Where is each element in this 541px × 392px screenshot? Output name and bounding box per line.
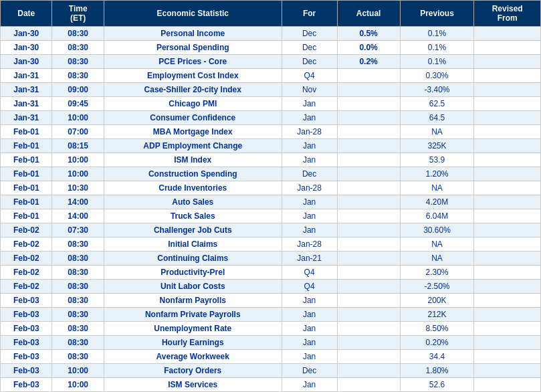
header-stat: Economic Statistic <box>104 1 282 27</box>
cell-6 <box>474 181 541 195</box>
cell-0: Feb-01 <box>1 125 52 139</box>
cell-2: Nonfarm Private Payrolls <box>104 308 282 322</box>
cell-0: Feb-03 <box>1 378 52 392</box>
cell-1: 07:30 <box>52 223 104 237</box>
cell-4 <box>337 322 400 336</box>
cell-0: Feb-02 <box>1 280 52 294</box>
cell-5: 0.1% <box>400 41 474 55</box>
cell-2: Personal Income <box>104 27 282 41</box>
cell-4 <box>337 153 400 167</box>
table-row: Feb-0308:30Unemployment RateJan8.50% <box>1 322 541 336</box>
cell-1: 08:30 <box>52 27 104 41</box>
cell-2: Auto Sales <box>104 195 282 209</box>
cell-0: Feb-01 <box>1 209 52 223</box>
cell-6 <box>474 336 541 350</box>
cell-0: Feb-03 <box>1 350 52 364</box>
cell-0: Jan-31 <box>1 111 52 125</box>
cell-4 <box>337 83 400 97</box>
cell-6 <box>474 153 541 167</box>
cell-1: 08:30 <box>52 266 104 280</box>
cell-1: 14:00 <box>52 209 104 223</box>
cell-4 <box>337 294 400 308</box>
cell-2: Continuing Claims <box>104 252 282 266</box>
table-row: Jan-3109:45Chicago PMIJan62.5 <box>1 97 541 111</box>
cell-4 <box>337 97 400 111</box>
cell-5: 4.20M <box>400 195 474 209</box>
cell-6 <box>474 308 541 322</box>
cell-5: NA <box>400 181 474 195</box>
cell-2: Initial Claims <box>104 237 282 252</box>
cell-5: NA <box>400 252 474 266</box>
cell-1: 10:00 <box>52 378 104 392</box>
cell-3: Jan <box>282 308 337 322</box>
cell-4: 0.2% <box>337 55 400 69</box>
header-for: For <box>282 1 337 27</box>
cell-1: 10:00 <box>52 167 104 181</box>
cell-4 <box>337 167 400 181</box>
cell-3: Nov <box>282 83 337 97</box>
cell-1: 08:30 <box>52 280 104 294</box>
cell-3: Jan <box>282 350 337 364</box>
cell-3: Jan <box>282 322 337 336</box>
cell-3: Jan-28 <box>282 181 337 195</box>
cell-1: 08:30 <box>52 322 104 336</box>
cell-5: 30.60% <box>400 223 474 237</box>
cell-6 <box>474 27 541 41</box>
cell-5: -2.50% <box>400 280 474 294</box>
cell-0: Feb-01 <box>1 195 52 209</box>
cell-6 <box>474 139 541 153</box>
cell-5: 52.6 <box>400 378 474 392</box>
cell-1: 10:00 <box>52 153 104 167</box>
cell-6 <box>474 195 541 209</box>
cell-4 <box>337 209 400 223</box>
cell-2: PCE Prices - Core <box>104 55 282 69</box>
cell-4 <box>337 308 400 322</box>
table-row: Jan-3110:00Consumer ConfidenceJan64.5 <box>1 111 541 125</box>
cell-0: Feb-02 <box>1 252 52 266</box>
cell-3: Q4 <box>282 266 337 280</box>
cell-1: 08:30 <box>52 237 104 252</box>
cell-0: Jan-30 <box>1 41 52 55</box>
cell-1: 10:00 <box>52 364 104 378</box>
cell-2: Average Workweek <box>104 350 282 364</box>
header-time: Time(ET) <box>52 1 104 27</box>
cell-2: Construction Spending <box>104 167 282 181</box>
cell-1: 09:00 <box>52 83 104 97</box>
table-row: Feb-0208:30Initial ClaimsJan-28NA <box>1 237 541 252</box>
cell-5: 0.1% <box>400 55 474 69</box>
cell-5: NA <box>400 237 474 252</box>
table-row: Feb-0310:00Factory OrdersDec1.80% <box>1 364 541 378</box>
cell-0: Feb-03 <box>1 294 52 308</box>
cell-5: -3.40% <box>400 83 474 97</box>
cell-2: Challenger Job Cuts <box>104 223 282 237</box>
cell-3: Jan <box>282 195 337 209</box>
cell-6 <box>474 280 541 294</box>
cell-3: Jan-21 <box>282 252 337 266</box>
cell-5: 34.4 <box>400 350 474 364</box>
cell-3: Jan-28 <box>282 237 337 252</box>
cell-5: 200K <box>400 294 474 308</box>
cell-5: 6.04M <box>400 209 474 223</box>
cell-2: Hourly Earnings <box>104 336 282 350</box>
cell-5: 0.30% <box>400 69 474 83</box>
cell-2: Factory Orders <box>104 364 282 378</box>
cell-3: Jan <box>282 223 337 237</box>
cell-4 <box>337 69 400 83</box>
cell-5: 1.80% <box>400 364 474 378</box>
cell-4 <box>337 364 400 378</box>
cell-4 <box>337 125 400 139</box>
cell-3: Jan-28 <box>282 125 337 139</box>
table-row: Feb-0107:00MBA Mortgage IndexJan-28NA <box>1 125 541 139</box>
cell-4 <box>337 280 400 294</box>
cell-3: Dec <box>282 55 337 69</box>
cell-6 <box>474 378 541 392</box>
cell-3: Q4 <box>282 280 337 294</box>
table-row: Feb-0114:00Truck SalesJan6.04M <box>1 209 541 223</box>
cell-2: Productivity-Prel <box>104 266 282 280</box>
cell-2: Truck Sales <box>104 209 282 223</box>
cell-3: Jan <box>282 139 337 153</box>
cell-1: 08:30 <box>52 55 104 69</box>
table-row: Feb-0208:30Productivity-PrelQ42.30% <box>1 266 541 280</box>
table-row: Feb-0110:00ISM IndexJan53.9 <box>1 153 541 167</box>
cell-6 <box>474 41 541 55</box>
